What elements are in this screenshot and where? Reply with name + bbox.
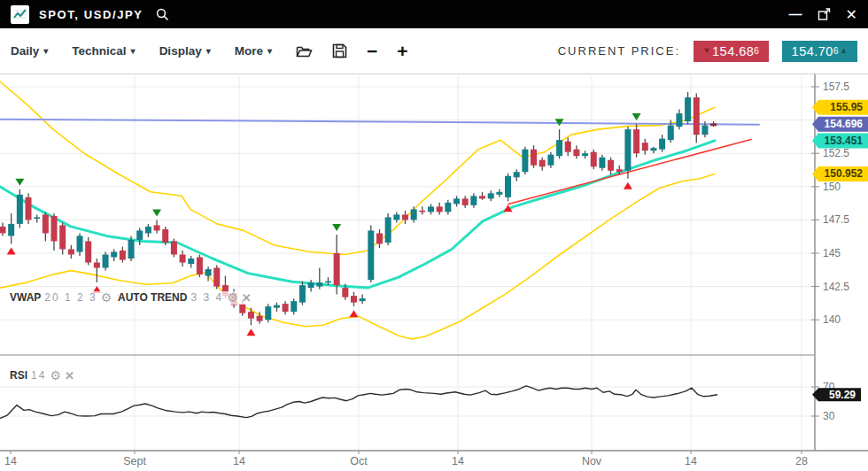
candle [659,139,665,150]
price-axis-label: 145 [823,247,841,259]
candle [120,251,126,260]
candle [376,233,383,243]
zoom-out-button[interactable]: − [367,42,377,60]
rsi-axis-label: 30 [823,410,835,422]
candle [573,150,579,157]
candle [239,304,245,313]
candle [59,225,66,249]
bollinger-upper-line [0,81,715,255]
price-axis-label: 142.5 [823,281,849,293]
candle [283,304,289,312]
candle [274,305,280,308]
candle [608,160,614,171]
menu-display[interactable]: Display ▾ [159,44,211,58]
candle [128,240,135,259]
candle [565,142,571,152]
candle [351,296,357,303]
gear-icon[interactable]: ⚙ [101,291,112,305]
candle [197,258,203,275]
arrow-down-icon: ▼ [703,47,711,55]
price-axis-label: 150 [823,181,841,193]
date-axis-label: Nov [582,455,602,467]
open-folder-icon[interactable] [296,44,313,58]
candle [496,192,502,195]
candle [642,143,648,151]
price-chart-canvas[interactable]: 157.5152.5150147.5145142.5140703014Sept1… [0,74,868,471]
indicator-chip-rsi: RSI 14 ⚙ ✕ [7,369,77,382]
date-axis-label: 28 [795,455,808,467]
buy-signal-icon [246,328,255,336]
title-bar: SPOT, USD/JPY — ✕ [0,0,868,28]
indicator-chip-vwap: VWAP 20 1 2 3 ⚙ ✕ [7,291,128,305]
candle [428,206,434,212]
current-price-label: CURRENT PRICE: [558,44,680,58]
gear-icon[interactable]: ⚙ [227,291,238,305]
date-axis-label: 14 [452,455,464,467]
candle [710,123,717,126]
candle [445,203,451,212]
sell-signal-icon [15,179,24,186]
candle [299,285,306,303]
candle [624,129,631,171]
candle [479,196,485,198]
chevron-down-icon: ▾ [206,46,211,56]
indicator-chip-autotrend: AUTO TREND 3 3 4 ⚙ ✕ [115,291,254,305]
candle [111,251,117,257]
chevron-down-icon: ▾ [131,46,136,56]
candle [265,306,271,320]
close-icon[interactable]: ✕ [846,6,857,22]
candle [360,298,366,301]
candle [368,230,374,280]
candle [437,206,443,212]
bid-price-button[interactable]: ▼ 154.68 6 [694,41,769,62]
price-axis-label: 140 [823,313,841,326]
candle [325,282,331,283]
candle [685,97,691,121]
menu-daily[interactable]: Daily ▾ [11,44,48,58]
candle [419,211,425,212]
zoom-in-button[interactable]: + [397,42,407,60]
candle [188,259,194,264]
candle [145,227,151,234]
menu-more[interactable]: More ▾ [235,44,272,58]
ask-price-button[interactable]: 154.70 6 ▲ [782,41,857,62]
candle [51,216,58,242]
chevron-down-icon: ▾ [43,46,48,56]
candle [291,301,297,312]
candle [582,153,588,156]
candle [462,198,469,205]
candle [162,229,168,243]
candle [556,140,562,156]
save-icon[interactable] [332,43,347,58]
candle [180,255,186,263]
candle [0,227,6,234]
candle [402,214,408,220]
candle [316,282,322,287]
candle [213,268,220,287]
date-axis-label: 14 [685,455,697,467]
candle [77,236,83,251]
popout-button[interactable] [818,6,831,22]
price-axis-label: 157.5 [823,81,849,93]
candle [633,129,639,153]
gear-icon[interactable]: ⚙ [50,369,61,382]
page-title: SPOT, USD/JPY [39,8,143,21]
candle [257,316,263,321]
buy-signal-icon [7,247,16,254]
candle [514,172,520,177]
candle [68,249,74,254]
search-icon[interactable] [156,8,169,21]
candle [599,158,605,168]
sell-signal-icon [632,113,641,120]
arrow-up-icon: ▲ [840,47,848,55]
close-icon[interactable]: ✕ [242,291,252,305]
candle [616,169,623,172]
candle [668,126,674,141]
sell-signal-icon [332,224,341,231]
menu-technical[interactable]: Technical ▾ [72,44,135,58]
price-tag-value: 154.696 [825,118,864,130]
candle [547,155,554,166]
close-icon[interactable]: ✕ [65,369,74,382]
minimize-button[interactable]: — [789,6,802,22]
candle [103,255,109,268]
